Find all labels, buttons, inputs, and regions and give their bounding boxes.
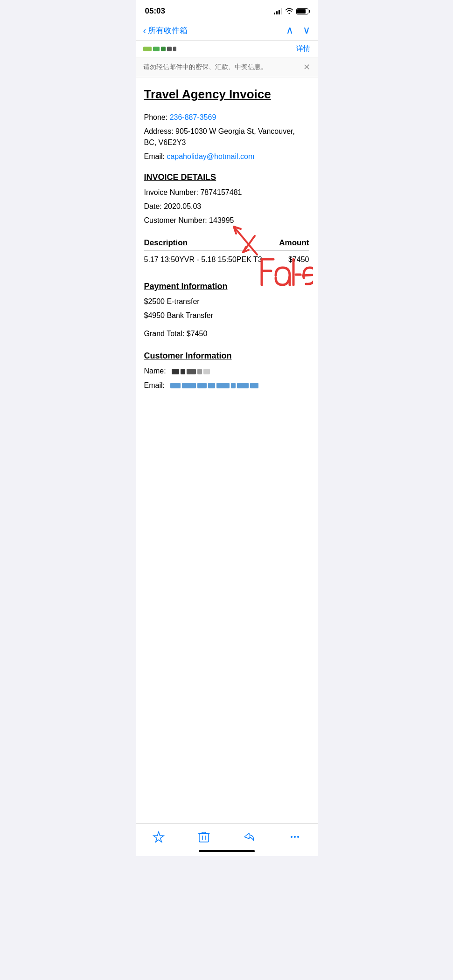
address-label: Address: [144, 127, 176, 135]
email-label: Email: [144, 152, 167, 160]
invoice-details-section: INVOICE DETAILS Invoice Number: 78741574… [144, 173, 309, 226]
more-icon [288, 830, 301, 843]
wifi-icon [285, 7, 293, 15]
back-chevron-icon: ‹ [143, 25, 146, 36]
bottom-toolbar [136, 823, 318, 847]
warning-text: 请勿轻信邮件中的密保、汇款、中奖信息。 [143, 63, 299, 71]
status-time: 05:03 [145, 7, 165, 16]
email-line: Email: capaholiday@hotmail.com [144, 151, 309, 162]
customer-title: Customer Information [144, 351, 309, 361]
home-bar [199, 850, 255, 852]
customer-number-value: 143995 [209, 216, 234, 224]
sender-bar: 详情 [136, 41, 318, 57]
invoice-details-title: INVOICE DETAILS [144, 173, 309, 182]
email-customer-label: Email: [144, 381, 165, 389]
back-button[interactable]: ‹ 所有收件箱 [143, 25, 188, 36]
detail-link[interactable]: 详情 [296, 44, 310, 53]
back-label: 所有收件箱 [148, 25, 188, 36]
battery-icon [296, 8, 308, 14]
phone-line: Phone: 236-887-3569 [144, 112, 309, 123]
invoice-table: Description Amount 5.17 13:50YVR - 5.18 … [144, 235, 309, 269]
table-row: 5.17 13:50YVR - 5.18 15:50PEK T3 $7450 [144, 250, 309, 269]
payment-item-1: $2500 E-transfer [144, 296, 309, 307]
svg-point-3 [297, 836, 299, 838]
description-header: Description [144, 235, 276, 251]
date-value: 2020.05.03 [164, 202, 201, 210]
sender-avatar [143, 47, 176, 51]
grand-total: Grand Total: $7450 [144, 330, 309, 338]
phone-link[interactable]: 236-887-3569 [170, 113, 216, 121]
customer-number-line: Customer Number: 143995 [144, 215, 309, 226]
payment-section: Payment Information $2500 E-transfer $49… [144, 282, 309, 338]
invoice-number-line: Invoice Number: 7874157481 [144, 187, 309, 198]
delete-button[interactable] [193, 828, 215, 845]
payment-title: Payment Information [144, 282, 309, 291]
nav-arrows: ∧ ∨ [286, 24, 310, 36]
name-label: Name: [144, 367, 166, 375]
signal-icon [274, 8, 282, 14]
nav-down-arrow[interactable]: ∨ [303, 24, 310, 36]
nav-bar: ‹ 所有收件箱 ∧ ∨ [136, 21, 318, 41]
svg-point-1 [291, 836, 293, 838]
description-cell: 5.17 13:50YVR - 5.18 15:50PEK T3 [144, 250, 276, 269]
date-label: Date: [144, 202, 164, 210]
name-redacted [168, 366, 209, 377]
invoice-number-value: 7874157481 [200, 188, 242, 196]
warning-close-icon[interactable]: ✕ [303, 62, 310, 72]
amount-cell: $7450 [276, 250, 309, 269]
name-line: Name: [144, 366, 309, 377]
warning-bar: 请勿轻信邮件中的密保、汇款、中奖信息。 ✕ [136, 57, 318, 77]
phone-label: Phone: [144, 113, 170, 121]
date-line: Date: 2020.05.03 [144, 201, 309, 212]
invoice-title: Travel Agency Invoice [144, 87, 309, 103]
invoice-number-label: Invoice Number: [144, 188, 201, 196]
svg-point-2 [294, 836, 296, 838]
status-bar: 05:03 [136, 0, 318, 21]
customer-number-label: Customer Number: [144, 216, 209, 224]
nav-up-arrow[interactable]: ∧ [286, 24, 293, 36]
amount-header: Amount [276, 235, 309, 251]
email-redacted [167, 380, 258, 391]
reply-icon [243, 830, 256, 843]
email-content: Travel Agency Invoice Phone: 236-887-356… [136, 77, 318, 823]
email-link[interactable]: capaholiday@hotmail.com [167, 152, 254, 160]
sender-info [143, 47, 176, 51]
svg-rect-0 [199, 834, 209, 842]
star-button[interactable] [147, 828, 170, 845]
customer-section: Customer Information Name: Email: [144, 351, 309, 392]
trash-icon [198, 830, 210, 843]
address-line: Address: 905-1030 W Georgia St, Vancouve… [144, 126, 309, 148]
reply-button[interactable] [238, 828, 260, 845]
payment-item-2: $4950 Bank Transfer [144, 310, 309, 321]
home-indicator [136, 847, 318, 856]
star-icon [152, 830, 165, 843]
status-icons [274, 7, 308, 15]
more-button[interactable] [284, 828, 306, 845]
email-customer-line: Email: [144, 380, 309, 392]
